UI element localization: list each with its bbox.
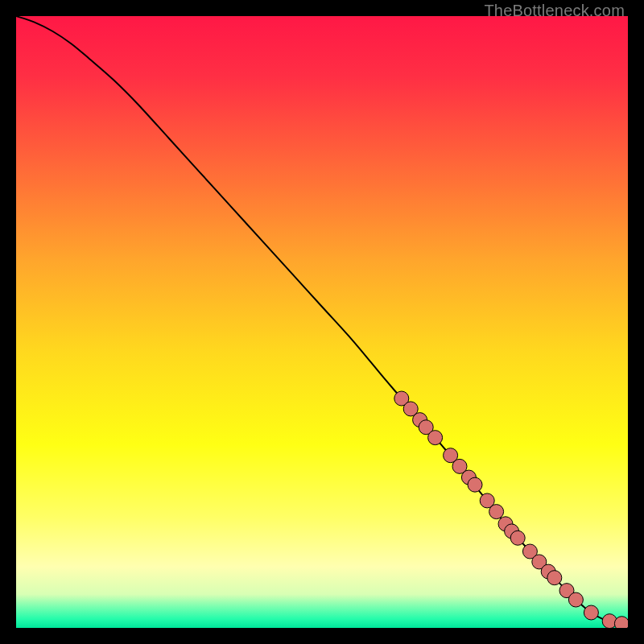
plot-area bbox=[16, 16, 628, 628]
chart-stage: TheBottleneck.com bbox=[0, 0, 644, 644]
data-marker bbox=[568, 592, 583, 607]
gradient-background bbox=[16, 16, 628, 628]
data-marker bbox=[468, 477, 482, 492]
data-marker bbox=[584, 605, 598, 620]
chart-svg bbox=[16, 16, 628, 628]
data-marker bbox=[510, 530, 525, 545]
data-marker bbox=[489, 505, 504, 519]
data-marker bbox=[614, 617, 628, 628]
data-marker bbox=[428, 431, 443, 445]
data-marker bbox=[547, 571, 562, 585]
